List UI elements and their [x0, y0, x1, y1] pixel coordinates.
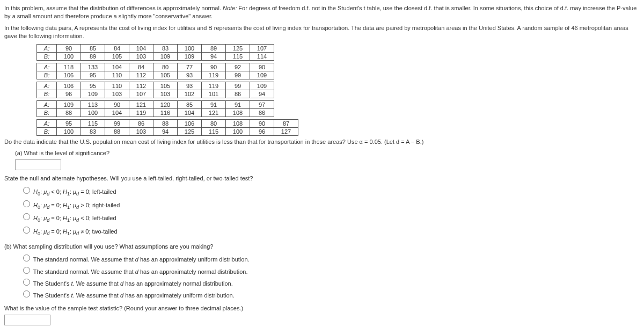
distribution-option-label: The Student's t. We assume that d has an… — [33, 280, 233, 287]
distribution-option-label: The standard normal. We assume that d ha… — [33, 268, 248, 275]
hypothesis-option-radio[interactable] — [23, 227, 30, 234]
significance-input[interactable] — [15, 159, 61, 170]
distribution-option-radio[interactable] — [23, 255, 30, 261]
test-stat-prompt: What is the value of the sample test sta… — [4, 304, 640, 313]
distribution-option-label: The standard normal. We assume that d ha… — [33, 256, 250, 263]
main-question: Do the data indicate that the U.S. popul… — [4, 138, 640, 146]
data-tables: A:9085841048310089125107B:10089105103109… — [4, 44, 640, 136]
intro-paragraph-2: In the following data pairs, A represent… — [4, 24, 640, 41]
part-a-label: (a) What is the level of significance? — [15, 149, 640, 157]
test-statistic-input[interactable] — [4, 315, 50, 325]
hypothesis-option-label: H0: μd = 0; H1: μd < 0; left-tailed — [33, 215, 116, 221]
distribution-option-label: The Student's t. We assume that d has an… — [33, 292, 235, 299]
distribution-option-radio[interactable] — [23, 290, 30, 297]
distribution-option-radio[interactable] — [23, 279, 30, 286]
hypothesis-option-radio[interactable] — [23, 213, 30, 220]
hypothesis-option-radio[interactable] — [23, 187, 30, 194]
hypothesis-option-label: H0: μd = 0; H1: μd ≠ 0; two-tailed — [33, 228, 118, 235]
hypothesis-option-label: H0: μd < 0; H1: μd = 0; left-tailed — [33, 188, 116, 195]
intro-paragraph-1: In this problem, assume that the distrib… — [4, 4, 640, 21]
hypotheses-options: H0: μd < 0; H1: μd = 0; left-tailed H0: … — [4, 185, 640, 237]
hypotheses-prompt: State the null and alternate hypotheses.… — [4, 175, 640, 183]
hypothesis-option-label: H0: μd = 0; H1: μd > 0; right-tailed — [33, 202, 120, 208]
part-b-label: (b) What sampling distribution will you … — [4, 243, 640, 251]
hypothesis-option-radio[interactable] — [23, 200, 30, 207]
distribution-options: The standard normal. We assume that d ha… — [4, 253, 640, 300]
distribution-option-radio[interactable] — [23, 267, 30, 274]
